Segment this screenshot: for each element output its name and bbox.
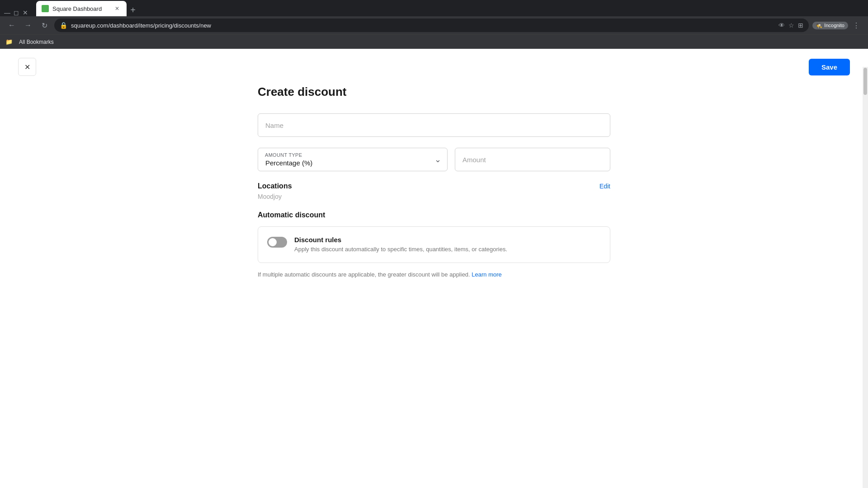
tab-close-button[interactable]: ✕: [113, 5, 121, 13]
automatic-discount-title: Automatic discount: [258, 211, 610, 219]
learn-more-link[interactable]: Learn more: [472, 271, 501, 278]
location-name: Moodjoy: [258, 193, 610, 200]
scrollbar-track[interactable]: [863, 67, 868, 488]
back-button[interactable]: ←: [5, 19, 18, 32]
automatic-discount-section: Automatic discount Discount rules Apply …: [258, 211, 610, 279]
action-bar: ✕ Save: [0, 49, 868, 85]
name-input[interactable]: [258, 113, 610, 137]
browser-window-controls[interactable]: — ◻ ✕: [4, 9, 29, 16]
address-bar-icons: 👁 ☆ ⊞: [778, 22, 803, 29]
close-page-button[interactable]: ✕: [18, 58, 36, 76]
minimize-button[interactable]: —: [4, 9, 11, 16]
toolbar-right: 🕵️ Incognito ⋮: [812, 19, 863, 32]
page-title: Create discount: [258, 85, 610, 99]
locations-section: Locations Edit Moodjoy: [258, 182, 610, 200]
locations-edit-link[interactable]: Edit: [599, 183, 610, 190]
discount-rules-label: Discount rules: [294, 236, 601, 244]
tab-bar: — ◻ ✕ Square Dashboard ✕ +: [0, 0, 868, 16]
url-display: squareup.com/dashboard/items/pricing/dis…: [71, 22, 775, 29]
toggle-info: Discount rules Apply this discount autom…: [294, 236, 601, 253]
bookmark-star-icon: ☆: [788, 22, 794, 29]
browser-toolbar: ← → ↻ 🔒 squareup.com/dashboard/items/pri…: [0, 16, 868, 34]
refresh-button[interactable]: ↻: [38, 19, 51, 32]
scrollbar-thumb[interactable]: [863, 68, 867, 95]
all-bookmarks-item[interactable]: All Bookmarks: [15, 39, 57, 45]
amount-type-label: Amount type: [265, 152, 302, 158]
incognito-label: Incognito: [824, 23, 844, 28]
lock-icon: 🔒: [60, 22, 67, 29]
incognito-icon: 🕵️: [816, 23, 822, 28]
forward-button[interactable]: →: [22, 19, 34, 32]
incognito-badge: 🕵️ Incognito: [812, 22, 848, 29]
save-button[interactable]: Save: [809, 59, 850, 75]
amount-type-select-wrapper: Amount type Percentage (%) Fixed amount …: [258, 148, 448, 171]
amount-field: [455, 148, 610, 171]
amount-input[interactable]: [455, 148, 610, 171]
bookmarks-bar: 📁 All Bookmarks: [0, 34, 868, 49]
more-menu-button[interactable]: ⋮: [850, 19, 863, 32]
discount-rules-row: Discount rules Apply this discount autom…: [267, 236, 601, 253]
bookmarks-folder-icon: 📁: [5, 38, 13, 45]
amount-type-field: Amount type Percentage (%) Fixed amount …: [258, 148, 448, 171]
close-window-button[interactable]: ✕: [22, 9, 29, 16]
amount-row: Amount type Percentage (%) Fixed amount …: [258, 148, 610, 171]
new-tab-button[interactable]: +: [127, 4, 139, 16]
active-tab[interactable]: Square Dashboard ✕: [36, 1, 127, 16]
tab-title: Square Dashboard: [52, 5, 109, 12]
auto-discount-box: Discount rules Apply this discount autom…: [258, 226, 610, 263]
discount-rules-description: Apply this discount automatically to spe…: [294, 245, 601, 253]
auto-discount-note-text: If multiple automatic discounts are appl…: [258, 271, 470, 278]
tab-favicon: [42, 5, 49, 12]
name-field-group: [258, 113, 610, 137]
locations-header: Locations Edit: [258, 182, 610, 190]
maximize-button[interactable]: ◻: [13, 9, 20, 16]
auto-discount-note: If multiple automatic discounts are appl…: [258, 270, 610, 279]
amount-type-select[interactable]: Percentage (%) Fixed amount ($): [258, 148, 448, 171]
discount-rules-toggle[interactable]: [267, 237, 287, 248]
address-bar[interactable]: 🔒 squareup.com/dashboard/items/pricing/d…: [54, 19, 809, 32]
browser-chrome: — ◻ ✕ Square Dashboard ✕ + ← → ↻ 🔒 squar…: [0, 0, 868, 49]
eye-off-icon: 👁: [778, 22, 785, 29]
page-content: ✕ Save Create discount Amount type Perce…: [0, 49, 868, 470]
toggle-slider: [267, 237, 287, 248]
main-form: Create discount Amount type Percentage (…: [240, 85, 628, 308]
sidebar-icon: ⊞: [798, 22, 803, 29]
locations-title: Locations: [258, 182, 292, 190]
